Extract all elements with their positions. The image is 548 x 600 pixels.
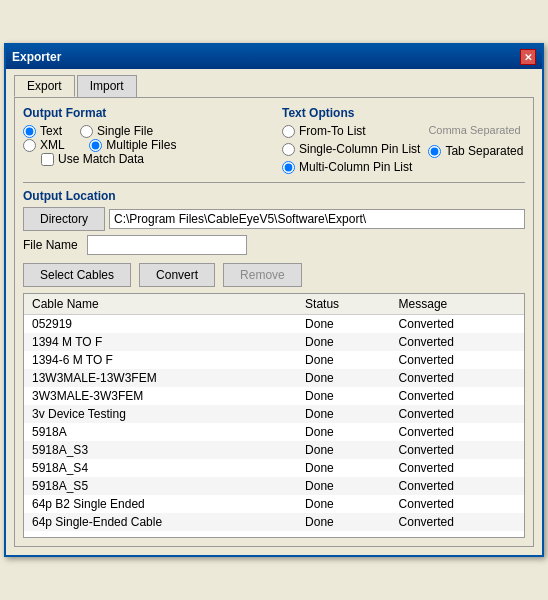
col-message: Message <box>391 294 524 315</box>
radio-tabsep: Tab Separated <box>428 144 523 158</box>
text-options-label: Text Options <box>282 106 525 120</box>
radio-singlefile-input[interactable] <box>80 125 93 138</box>
table-header: Cable Name Status Message <box>24 294 524 315</box>
tab-import[interactable]: Import <box>77 75 137 97</box>
cell-cable-name: 13W3MALE-13W3FEM <box>24 369 297 387</box>
output-format-label: Output Format <box>23 106 266 120</box>
cell-message: Converted <box>391 405 524 423</box>
radio-text: Text Single File <box>23 124 266 138</box>
radio-multifile-label: Multiple Files <box>106 138 176 152</box>
cell-message: Converted <box>391 423 524 441</box>
table-row: 5918A_S3 Done Converted <box>24 441 524 459</box>
cell-status: Done <box>297 387 391 405</box>
title-bar: Exporter ✕ <box>6 45 542 69</box>
separator-1 <box>23 182 525 183</box>
close-button[interactable]: ✕ <box>520 49 536 65</box>
radio-text-input[interactable] <box>23 125 36 138</box>
text-opts-right: Comma Separated Tab Separated <box>428 124 523 174</box>
cell-status: Done <box>297 333 391 351</box>
radio-singlepin-input[interactable] <box>282 143 295 156</box>
cables-table-container: Cable Name Status Message 052919 Done Co… <box>23 293 525 538</box>
radio-xml-input[interactable] <box>23 139 36 152</box>
comma-separated-label: Comma Separated <box>428 124 523 136</box>
radio-text-label: Text <box>40 124 62 138</box>
cell-cable-name: 5918A_S5 <box>24 477 297 495</box>
window-content: Export Import Output Format Text Single … <box>6 69 542 555</box>
table-row: 5918A Done Converted <box>24 423 524 441</box>
text-options-section: Text Options From-To List Single-Column … <box>282 106 525 174</box>
radio-tabsep-label: Tab Separated <box>445 144 523 158</box>
output-format-section: Output Format Text Single File XML <box>23 106 266 174</box>
radio-singlepin-label: Single-Column Pin List <box>299 142 420 156</box>
table-row: 1394 M TO F Done Converted <box>24 333 524 351</box>
table-row: 5918A_S4 Done Converted <box>24 459 524 477</box>
use-match-data-checkbox[interactable] <box>41 153 54 166</box>
tab-export[interactable]: Export <box>14 75 75 97</box>
cell-message: Converted <box>391 513 524 531</box>
cell-message: Converted <box>391 315 524 334</box>
cell-message: Converted <box>391 369 524 387</box>
table-body: 052919 Done Converted 1394 M TO F Done C… <box>24 315 524 532</box>
radio-multipin-label: Multi-Column Pin List <box>299 160 412 174</box>
filename-row: File Name <box>23 235 525 255</box>
radio-multipin: Multi-Column Pin List <box>282 160 420 174</box>
cell-status: Done <box>297 477 391 495</box>
cell-status: Done <box>297 369 391 387</box>
cell-status: Done <box>297 405 391 423</box>
cell-cable-name: 64p B2 Single Ended <box>24 495 297 513</box>
radio-fromto-input[interactable] <box>282 125 295 138</box>
text-opts-left: From-To List Single-Column Pin List Mult… <box>282 124 420 174</box>
table-row: 3W3MALE-3W3FEM Done Converted <box>24 387 524 405</box>
cell-status: Done <box>297 315 391 334</box>
use-match-data-row: Use Match Data <box>41 152 266 166</box>
table-row: 5918A_S5 Done Converted <box>24 477 524 495</box>
window-title: Exporter <box>12 50 61 64</box>
convert-button[interactable]: Convert <box>139 263 215 287</box>
cell-message: Converted <box>391 477 524 495</box>
radio-tabsep-input[interactable] <box>428 145 441 158</box>
options-section: Output Format Text Single File XML <box>23 106 525 174</box>
cell-message: Converted <box>391 441 524 459</box>
select-cables-button[interactable]: Select Cables <box>23 263 131 287</box>
cell-cable-name: 3W3MALE-3W3FEM <box>24 387 297 405</box>
remove-button[interactable]: Remove <box>223 263 302 287</box>
directory-input[interactable] <box>109 209 525 229</box>
action-buttons-row: Select Cables Convert Remove <box>23 263 525 287</box>
cell-cable-name: 1394 M TO F <box>24 333 297 351</box>
table-row: 3v Device Testing Done Converted <box>24 405 524 423</box>
cell-status: Done <box>297 495 391 513</box>
directory-button[interactable]: Directory <box>23 207 105 231</box>
use-match-data-label: Use Match Data <box>58 152 144 166</box>
cell-cable-name: 1394-6 M TO F <box>24 351 297 369</box>
file-name-label: File Name <box>23 238 83 252</box>
radio-fromto-label: From-To List <box>299 124 366 138</box>
cell-cable-name: 5918A_S3 <box>24 441 297 459</box>
exporter-window: Exporter ✕ Export Import Output Format T… <box>4 43 544 557</box>
cell-status: Done <box>297 441 391 459</box>
radio-fromto: From-To List <box>282 124 420 138</box>
cell-status: Done <box>297 513 391 531</box>
tab-content: Output Format Text Single File XML <box>14 97 534 547</box>
radio-xml: XML Multiple Files <box>23 138 266 152</box>
output-location-section: Output Location Directory File Name <box>23 189 525 255</box>
radio-multipin-input[interactable] <box>282 161 295 174</box>
cell-cable-name: 5918A_S4 <box>24 459 297 477</box>
file-name-input[interactable] <box>87 235 247 255</box>
cell-status: Done <box>297 459 391 477</box>
cell-cable-name: 3v Device Testing <box>24 405 297 423</box>
table-row: 052919 Done Converted <box>24 315 524 334</box>
output-location-label: Output Location <box>23 189 525 203</box>
radio-singlepin: Single-Column Pin List <box>282 142 420 156</box>
cell-cable-name: 64p Single-Ended Cable <box>24 513 297 531</box>
cell-cable-name: 052919 <box>24 315 297 334</box>
table-row: 64p Single-Ended Cable Done Converted <box>24 513 524 531</box>
cell-message: Converted <box>391 333 524 351</box>
cell-message: Converted <box>391 351 524 369</box>
cell-cable-name: 5918A <box>24 423 297 441</box>
tab-bar: Export Import <box>14 75 534 97</box>
cables-table: Cable Name Status Message 052919 Done Co… <box>24 294 524 531</box>
radio-multifile-input[interactable] <box>89 139 102 152</box>
cell-status: Done <box>297 423 391 441</box>
cell-message: Converted <box>391 495 524 513</box>
directory-row: Directory <box>23 207 525 231</box>
